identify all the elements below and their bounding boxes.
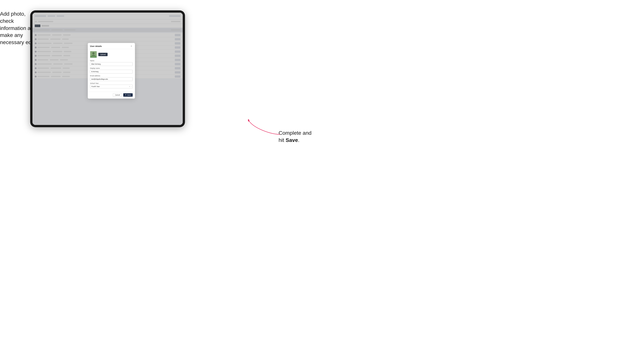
- svg-rect-5: [90, 56, 97, 58]
- arrow-right-annotation: [248, 119, 282, 136]
- modal-header: User details ×: [88, 43, 135, 49]
- email-label: Email address: [90, 75, 133, 77]
- annotation-right: Complete and hit Save.: [278, 130, 318, 144]
- email-field-group: Email address: [90, 75, 133, 81]
- save-button[interactable]: ⬆ Save: [123, 93, 133, 97]
- school-year-select-wrapper: Fourth Year × ⌄: [90, 85, 133, 88]
- select-chevron-icon[interactable]: ⌄: [130, 86, 132, 87]
- cancel-button[interactable]: Cancel: [113, 93, 122, 97]
- save-label: Save: [127, 94, 131, 96]
- school-year-field-group: School Year Fourth Year × ⌄: [90, 82, 133, 88]
- school-year-select[interactable]: Fourth Year × ⌄: [90, 85, 133, 88]
- email-input[interactable]: [90, 77, 133, 81]
- close-button[interactable]: ×: [130, 45, 133, 47]
- name-input[interactable]: [90, 62, 133, 66]
- modal-overlay: User details ×: [32, 13, 183, 125]
- display-name-input[interactable]: [90, 70, 133, 73]
- tablet-device: User details ×: [30, 10, 185, 127]
- name-label: Name: [90, 60, 133, 62]
- name-field-group: Name: [90, 60, 133, 66]
- display-name-field-group: Display name: [90, 67, 133, 73]
- school-year-value: Fourth Year: [91, 86, 100, 87]
- tablet-screen: User details ×: [32, 13, 183, 125]
- photo-section: Upload: [90, 51, 133, 58]
- select-controls: × ⌄: [129, 86, 132, 87]
- svg-point-3: [92, 52, 94, 54]
- photo-thumbnail: [90, 51, 97, 58]
- select-clear-icon[interactable]: ×: [129, 86, 130, 87]
- user-photo: [90, 51, 97, 58]
- save-icon: ⬆: [125, 94, 126, 96]
- user-details-modal: User details ×: [88, 43, 135, 99]
- modal-footer: Cancel ⬆ Save: [88, 92, 135, 99]
- school-year-label: School Year: [90, 82, 133, 84]
- modal-title: User details: [90, 45, 102, 47]
- upload-photo-button[interactable]: Upload: [98, 53, 108, 56]
- modal-body: Upload Name Display name Email addre: [88, 49, 135, 92]
- display-name-label: Display name: [90, 67, 133, 69]
